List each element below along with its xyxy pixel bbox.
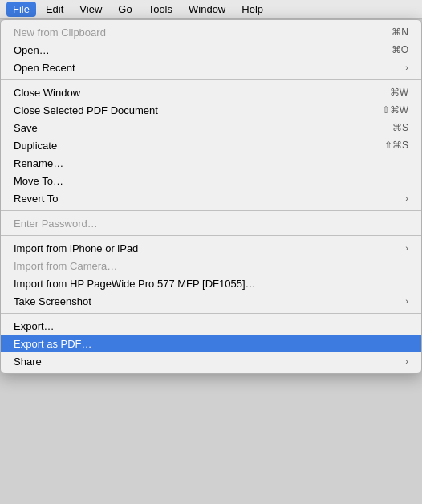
menu-item-shortcut: ⌘N (392, 26, 408, 38)
menu-item-label: Close Selected PDF Document (14, 104, 366, 116)
menu-item-close-selected-pdf[interactable]: Close Selected PDF Document⇧⌘W (1, 101, 421, 119)
menu-separator (1, 235, 421, 236)
menubar-item-view[interactable]: View (73, 2, 108, 17)
menubar-item-edit[interactable]: Edit (39, 2, 70, 17)
menu-item-label: Import from HP PageWide Pro 577 MFP [DF1… (14, 278, 408, 290)
menu-item-label: Take Screenshot (14, 295, 397, 307)
menu-item-export[interactable]: Export… (1, 317, 421, 335)
menubar-item-help[interactable]: Help (235, 2, 270, 17)
chevron-right-icon: › (405, 63, 408, 72)
menubar-item-file[interactable]: File (6, 2, 36, 17)
menu-item-label: Enter Password… (14, 217, 408, 230)
menu-item-label: Export… (14, 320, 408, 332)
menu-item-label: Open Recent (14, 62, 397, 74)
menu-item-import-iphone[interactable]: Import from iPhone or iPad› (1, 239, 421, 257)
menu-item-label: Export as PDF… (14, 338, 408, 350)
menu-item-import-camera: Import from Camera… (1, 257, 421, 274)
menu-item-shortcut: ⇧⌘S (384, 140, 408, 151)
menu-item-new-from-clipboard: New from Clipboard⌘N (1, 23, 421, 41)
menu-item-share[interactable]: Share› (1, 352, 421, 370)
chevron-right-icon: › (405, 296, 408, 306)
menu-item-label: New from Clipboard (14, 26, 375, 39)
menu-item-label: Import from Camera… (14, 260, 408, 272)
menu-item-label: Revert To (14, 193, 397, 205)
menu-item-open[interactable]: Open…⌘O (1, 41, 421, 59)
menu-item-shortcut: ⌘O (392, 44, 408, 55)
menu-separator (1, 210, 421, 211)
menu-separator (1, 79, 421, 80)
menu-item-open-recent[interactable]: Open Recent› (1, 59, 421, 76)
menu-item-import-hp[interactable]: Import from HP PageWide Pro 577 MFP [DF1… (1, 274, 421, 292)
menu-item-shortcut: ⌘W (390, 87, 408, 98)
menu-item-label: Share (14, 356, 397, 368)
menu-item-move-to[interactable]: Move To… (1, 172, 421, 189)
chevron-right-icon: › (405, 243, 408, 253)
menu-item-duplicate[interactable]: Duplicate⇧⌘S (1, 136, 421, 154)
dropdown-menu: New from Clipboard⌘NOpen…⌘OOpen Recent›C… (0, 19, 422, 374)
menu-item-enter-password: Enter Password… (1, 214, 421, 232)
menu-item-shortcut: ⌘S (392, 122, 408, 133)
menu-item-shortcut: ⇧⌘W (382, 104, 408, 116)
menu-bar[interactable]: FileEditViewGoToolsWindowHelp (0, 0, 422, 19)
menu-item-export-pdf[interactable]: Export as PDF… (1, 335, 421, 352)
menu-item-take-screenshot[interactable]: Take Screenshot› (1, 292, 421, 310)
dropdown-container: New from Clipboard⌘NOpen…⌘OOpen Recent›C… (0, 19, 422, 374)
chevron-right-icon: › (405, 193, 408, 203)
menu-item-save[interactable]: Save⌘S (1, 119, 421, 136)
menu-item-label: Rename… (14, 157, 408, 169)
menubar-item-window[interactable]: Window (182, 2, 232, 17)
chevron-right-icon: › (405, 356, 408, 366)
menu-item-label: Save (14, 122, 376, 134)
menubar-item-go[interactable]: Go (112, 2, 138, 17)
menu-item-label: Close Window (14, 87, 374, 99)
menubar-item-tools[interactable]: Tools (142, 2, 179, 17)
menu-item-label: Open… (14, 44, 375, 56)
menu-item-label: Move To… (14, 175, 408, 187)
menu-item-label: Duplicate (14, 140, 368, 152)
menu-item-label: Import from iPhone or iPad (14, 242, 397, 254)
menu-item-revert-to[interactable]: Revert To› (1, 189, 421, 207)
menu-item-rename[interactable]: Rename… (1, 154, 421, 172)
menu-separator (1, 313, 421, 314)
menu-item-close-window[interactable]: Close Window⌘W (1, 83, 421, 101)
